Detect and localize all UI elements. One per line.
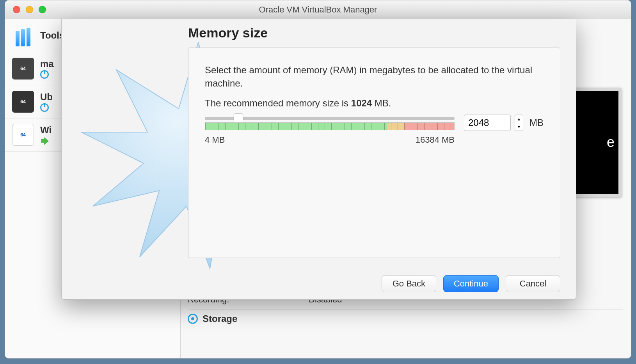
stepper-down-button[interactable]: ▾ [515, 123, 523, 131]
rec-prefix: The recommended memory size is [205, 98, 351, 108]
vm-os-icon: 64 [12, 58, 34, 80]
dialog-description: Select the amount of memory (RAM) in meg… [205, 64, 544, 90]
power-off-icon [40, 103, 49, 112]
slider-max-label: 16384 MB [416, 134, 455, 146]
storage-section-header[interactable]: Storage [188, 309, 623, 324]
dialog-panel: Select the amount of memory (RAM) in meg… [188, 48, 560, 258]
memory-slider-row: 4 MB 16384 MB ▴ ▾ MB [205, 117, 544, 146]
memory-size-dialog: Memory size Select the amount of memory … [61, 19, 576, 300]
vm-os-icon: 64 [12, 91, 34, 113]
tools-icon [12, 25, 34, 46]
window-titlebar: Oracle VM VirtualBox Manager [5, 0, 631, 19]
sidebar-tools-label: Tools [40, 30, 64, 41]
preview-letter: e [607, 134, 615, 150]
dialog-button-row: Go Back Continue Cancel [382, 275, 560, 292]
cancel-button[interactable]: Cancel [506, 275, 560, 292]
dialog-title: Memory size [188, 25, 560, 41]
vm-os-icon: 64 [12, 124, 34, 146]
main-window: Oracle VM VirtualBox Manager Tools 64 ma… [5, 0, 631, 359]
memory-slider[interactable]: 4 MB 16384 MB [205, 117, 455, 146]
window-title: Oracle VM VirtualBox Manager [5, 5, 631, 15]
memory-stepper: ▴ ▾ [515, 115, 523, 131]
go-back-button[interactable]: Go Back [382, 275, 436, 292]
slider-track[interactable] [205, 117, 455, 120]
rec-value: 1024 [351, 98, 372, 108]
continue-button[interactable]: Continue [443, 275, 499, 292]
slider-min-label: 4 MB [205, 134, 225, 146]
vm-name: Ub [40, 92, 53, 102]
memory-spinbox: ▴ ▾ MB [464, 115, 544, 131]
vm-name: ma [40, 58, 54, 69]
slider-labels: 4 MB 16384 MB [205, 134, 455, 146]
stepper-up-button[interactable]: ▴ [515, 115, 523, 123]
rec-suffix: MB. [372, 98, 391, 108]
dialog-body: Memory size Select the amount of memory … [188, 25, 560, 258]
memory-unit-label: MB [529, 116, 544, 129]
storage-icon [188, 314, 198, 324]
running-arrow-icon [40, 136, 49, 145]
memory-input[interactable] [464, 115, 511, 131]
dialog-recommendation: The recommended memory size is 1024 MB. [205, 97, 544, 110]
storage-heading-text: Storage [203, 313, 237, 324]
slider-scale [205, 122, 455, 130]
vm-name: Wi [40, 125, 52, 136]
power-off-icon [40, 70, 49, 79]
